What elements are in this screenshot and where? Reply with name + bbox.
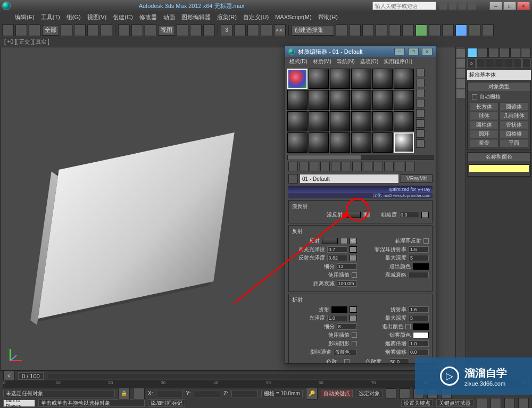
- selected-dropdown[interactable]: 选定对象: [356, 390, 383, 397]
- fresnel-ior-spinner[interactable]: 1.6: [409, 246, 429, 253]
- refl-dim-spinner[interactable]: [409, 272, 429, 278]
- me-minimize-button[interactable]: –: [394, 48, 405, 55]
- reset-icon[interactable]: [320, 162, 330, 171]
- selection-filter-dropdown[interactable]: 全部: [42, 25, 59, 36]
- move-icon[interactable]: [118, 24, 130, 36]
- menu-create[interactable]: 创建(C): [113, 13, 132, 21]
- align-icon[interactable]: [349, 24, 361, 36]
- sample-uv-icon[interactable]: [416, 99, 425, 107]
- curve-editor-icon[interactable]: [389, 24, 401, 36]
- material-slot[interactable]: [287, 111, 307, 131]
- obj-geosphere[interactable]: 几何球体: [500, 112, 529, 120]
- abc-icon[interactable]: ABC: [274, 24, 286, 36]
- hilight-spinner[interactable]: 0.7: [327, 246, 347, 253]
- refl-gloss-map-button[interactable]: [350, 255, 357, 261]
- material-editor-icon[interactable]: [415, 24, 427, 36]
- systems-icon[interactable]: [522, 59, 531, 68]
- material-slot[interactable]: [351, 132, 371, 153]
- select-name-icon[interactable]: [74, 24, 86, 36]
- material-slot[interactable]: [372, 132, 393, 153]
- refl-exitcolor-swatch[interactable]: [413, 263, 429, 270]
- material-slot[interactable]: [394, 90, 414, 110]
- dispersion-checkbox[interactable]: [344, 359, 350, 363]
- create-tab[interactable]: [467, 48, 477, 57]
- strip-btn-2[interactable]: [456, 59, 465, 68]
- scale-icon[interactable]: [145, 24, 156, 36]
- menu-customize[interactable]: 自定义(U): [243, 13, 269, 21]
- keyfilter-button[interactable]: 关键点过滤器: [436, 399, 473, 407]
- goto-start-icon[interactable]: [386, 388, 396, 399]
- material-slot[interactable]: [394, 69, 414, 89]
- obj-torus[interactable]: 圆环: [470, 130, 499, 138]
- reflect-lock[interactable]: 锁: [350, 238, 357, 244]
- me-menu-util[interactable]: 实用程序(U): [384, 58, 412, 65]
- make-preview-icon[interactable]: [416, 119, 425, 128]
- make-unique-icon[interactable]: [342, 162, 351, 171]
- cameras-icon[interactable]: [495, 59, 503, 68]
- geometry-icon[interactable]: ○: [467, 59, 476, 68]
- link-icon[interactable]: [2, 24, 14, 36]
- material-slot[interactable]: [372, 90, 393, 110]
- material-name-field[interactable]: 01 - Default: [300, 174, 398, 183]
- strip-btn-3[interactable]: [456, 69, 465, 78]
- obj-pyramid[interactable]: 四棱锥: [500, 130, 529, 138]
- prev-frame-icon[interactable]: [400, 388, 410, 399]
- autogrid-checkbox[interactable]: [472, 94, 477, 99]
- assign-icon[interactable]: [310, 162, 319, 171]
- hilight-map-button[interactable]: [350, 246, 357, 253]
- render-frame-icon[interactable]: [442, 24, 454, 36]
- refract-map-button[interactable]: [350, 306, 357, 313]
- me-menu-nav[interactable]: 导航(N): [337, 58, 355, 65]
- strip-btn-1[interactable]: [456, 49, 465, 57]
- roughness-spinner[interactable]: 0.0: [399, 212, 419, 218]
- reflect-map-button[interactable]: [340, 238, 347, 244]
- menu-edit[interactable]: 编辑(E): [15, 13, 35, 21]
- obj-tube[interactable]: 管状体: [500, 121, 529, 129]
- refr-channels-dropdown[interactable]: 仅颜色: [334, 349, 357, 355]
- material-slot-24[interactable]: [394, 132, 414, 153]
- refr-gloss-map-button[interactable]: [350, 315, 357, 321]
- spacewarps-icon[interactable]: [513, 59, 521, 68]
- maximize-button[interactable]: □: [503, 2, 516, 10]
- y-field[interactable]: [194, 390, 220, 397]
- refract-swatch[interactable]: [331, 306, 347, 313]
- material-slot[interactable]: [309, 111, 329, 131]
- roughness-map-button[interactable]: [421, 212, 429, 218]
- put-to-scene-icon[interactable]: [299, 162, 309, 171]
- manip-icon[interactable]: [190, 24, 202, 36]
- menu-tools[interactable]: 工具(T): [41, 13, 60, 21]
- video-check-icon[interactable]: [416, 109, 425, 118]
- fog-color-swatch[interactable]: [413, 332, 429, 338]
- utilities-tab[interactable]: [521, 48, 531, 57]
- title-icon-4[interactable]: [468, 2, 476, 10]
- teapot-icon[interactable]: [469, 24, 480, 36]
- lights-icon[interactable]: [486, 59, 494, 68]
- autokey-button[interactable]: 自动关键点: [321, 390, 353, 397]
- menu-animation[interactable]: 动画: [163, 13, 175, 21]
- refl-interp-checkbox[interactable]: [352, 272, 357, 278]
- fresnel-checkbox[interactable]: [423, 238, 429, 244]
- show-end-icon[interactable]: [373, 162, 383, 171]
- z-field[interactable]: [231, 390, 258, 397]
- layers-icon[interactable]: [362, 24, 374, 36]
- menu-modifiers[interactable]: 修改器: [139, 13, 157, 21]
- diffuse-map-button[interactable]: M: [363, 212, 370, 218]
- mirror-icon[interactable]: [336, 24, 347, 36]
- material-slot[interactable]: [394, 111, 414, 131]
- material-type-button[interactable]: VRayMtl: [401, 174, 433, 183]
- selection-set-dropdown[interactable]: 创建选择集: [292, 25, 334, 36]
- material-slot[interactable]: [351, 111, 371, 131]
- snap-icon[interactable]: 3: [221, 24, 232, 36]
- refr-interp-checkbox[interactable]: [352, 332, 357, 338]
- show-map-icon[interactable]: [384, 162, 394, 171]
- refl-gloss-spinner[interactable]: 0.82: [327, 255, 347, 261]
- get-material-icon[interactable]: [288, 162, 298, 171]
- menu-view[interactable]: 视图(V): [87, 13, 107, 21]
- obj-cylinder[interactable]: 圆柱体: [470, 121, 499, 129]
- spinner-snap-icon[interactable]: [261, 24, 272, 36]
- me-close-button[interactable]: ×: [422, 48, 433, 55]
- hierarchy-tab[interactable]: [488, 48, 498, 57]
- material-slot[interactable]: [287, 132, 307, 153]
- menu-help[interactable]: 帮助(H): [318, 13, 338, 21]
- slots-scrollbar[interactable]: [287, 155, 434, 160]
